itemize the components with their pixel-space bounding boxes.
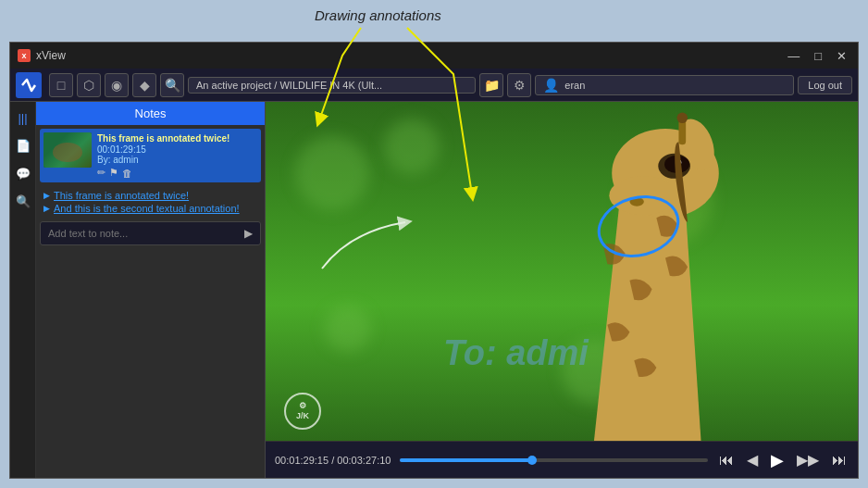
note-title: This frame is annotated twice! (97, 132, 257, 144)
note-thumb-image (43, 132, 92, 168)
polygon-tool-button[interactable]: ⬡ (77, 73, 101, 97)
app-icon: x (18, 49, 31, 62)
step-back-button[interactable]: ◀ (745, 451, 760, 469)
svg-rect-4 (678, 119, 686, 144)
sidebar-item-document[interactable]: 📄 (13, 135, 33, 156)
video-area: To: admi ⚙ J/K 00:01:29:15 / 00:03:27:10 (266, 102, 858, 478)
folder-button[interactable]: 📁 (479, 73, 503, 97)
minimize-button[interactable]: — (784, 49, 803, 63)
total-time: 00:03:27:10 (337, 455, 391, 466)
close-button[interactable]: ✕ (833, 49, 850, 63)
edit-icon[interactable]: ✏ (97, 167, 105, 179)
play-button[interactable]: ▶ (769, 450, 786, 470)
note-text-1: This frame is annotated twice! (54, 190, 189, 201)
note-item-arrow-2: ▶ (43, 204, 50, 213)
drawing-annotation-label: Drawing annotations (315, 7, 441, 23)
video-background: To: admi ⚙ J/K (266, 102, 858, 441)
toolbar: □ ⬡ ◉ ◆ 🔍 An active project / WILDLIFE I… (10, 69, 858, 102)
skip-back-button[interactable]: ⏮ (717, 452, 736, 469)
sidebar-item-chat[interactable]: 💬 (13, 163, 33, 183)
note-info: This frame is annotated twice! 00:01:29:… (97, 132, 257, 179)
side-icons-bar: ||| 📄 💬 🔍 (10, 102, 36, 478)
video-frame: To: admi ⚙ J/K (266, 102, 858, 441)
note-thumbnail (43, 132, 92, 168)
white-arrow-annotation (313, 204, 424, 278)
note-time: 00:01:29:15 (97, 144, 257, 155)
title-bar: x xView — □ ✕ (10, 43, 858, 69)
video-controls: 00:01:29:15 / 00:03:27:10 ⏮ ◀ ▶ ▶▶ ⏭ (266, 441, 858, 478)
main-content: ||| 📄 💬 🔍 Notes This frame is annotated … (10, 102, 858, 478)
note-actions: ✏ ⚑ 🗑 (97, 167, 257, 179)
jk-logo: ⚙ J/K (284, 393, 321, 430)
note-text-item-1[interactable]: ▶ This frame is annotated twice! (43, 190, 257, 201)
add-note-placeholder: Add text to note... (48, 228, 128, 239)
username-label: eran (564, 80, 585, 91)
rectangle-tool-button[interactable]: □ (49, 73, 73, 97)
progress-bar[interactable] (400, 458, 708, 462)
progress-thumb[interactable] (527, 456, 537, 465)
app-title: xView (36, 49, 784, 62)
delete-icon[interactable]: 🗑 (122, 168, 132, 179)
notes-header: Notes (36, 102, 265, 125)
giraffe-image (473, 102, 858, 441)
logout-button[interactable]: Log out (798, 76, 852, 94)
note-text-items: ▶ This frame is annotated twice! ▶ And t… (36, 186, 265, 218)
settings-button[interactable]: ⚙ (507, 73, 531, 97)
oval-tool-button[interactable]: ◉ (105, 73, 129, 97)
time-display: 00:01:29:15 / 00:03:27:10 (275, 455, 391, 466)
breadcrumb: An active project / WILDLIFE IN 4K (Ult.… (188, 77, 476, 94)
zoom-tool-button[interactable]: 🔍 (160, 73, 184, 97)
note-text-2: And this is the second textual annotatio… (54, 203, 240, 214)
toolbar-logo[interactable] (16, 72, 42, 98)
sidebar-item-notes[interactable]: ||| (13, 107, 33, 128)
notes-panel: Notes This frame is annotated twice! 00:… (36, 102, 266, 478)
diamond-tool-button[interactable]: ◆ (132, 73, 156, 97)
note-item[interactable]: This frame is annotated twice! 00:01:29:… (40, 129, 261, 182)
step-fwd-button[interactable]: ▶▶ (795, 451, 821, 469)
app-window: x xView — □ ✕ □ ⬡ ◉ ◆ 🔍 An active projec… (9, 42, 859, 479)
add-note-arrow: ▶ (244, 227, 253, 240)
user-icon: 👤 (543, 78, 559, 93)
flag-icon[interactable]: ⚑ (109, 167, 118, 179)
svg-point-5 (677, 113, 688, 124)
current-time: 00:01:29:15 (275, 455, 329, 466)
add-note-area[interactable]: Add text to note... ▶ (40, 221, 261, 245)
note-text-item-2[interactable]: ▶ And this is the second textual annotat… (43, 203, 257, 214)
note-author: By: admin (97, 155, 257, 165)
note-item-arrow-1: ▶ (43, 191, 50, 200)
maximize-button[interactable]: □ (811, 49, 825, 63)
title-bar-controls: — □ ✕ (784, 49, 850, 63)
user-area: 👤 eran (535, 75, 794, 95)
progress-fill (400, 458, 532, 462)
sidebar-item-search[interactable]: 🔍 (13, 191, 33, 211)
skip-fwd-button[interactable]: ⏭ (830, 452, 849, 469)
